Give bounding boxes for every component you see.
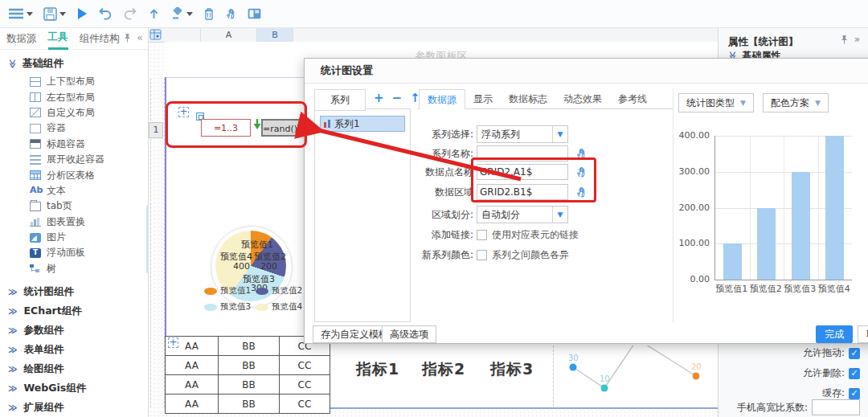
table-cell[interactable]: AA xyxy=(166,356,219,375)
data-area-input[interactable] xyxy=(477,184,568,200)
formula-cell-b1[interactable]: =rand()*10 xyxy=(261,119,306,137)
bar[interactable] xyxy=(792,172,810,280)
sidebar-item-tree[interactable]: 树 xyxy=(0,261,148,276)
sidebar-tab-structure[interactable]: 组件结构 xyxy=(80,29,120,49)
expand-panel-icon[interactable]: » xyxy=(854,34,860,45)
table-cell[interactable]: CC xyxy=(280,395,330,414)
dialog-tab-数据标志[interactable]: 数据标志 xyxy=(501,89,555,109)
property-checkbox[interactable]: ✓ xyxy=(849,348,860,359)
add-series-button[interactable]: + xyxy=(374,91,384,105)
publish-button[interactable] xyxy=(148,7,160,20)
sidebar-group-WebGis组件[interactable]: ≫WebGis组件 xyxy=(0,378,148,398)
pick-cell-hand-icon[interactable] xyxy=(575,166,588,178)
sidebar-tab-tools[interactable]: 工具 xyxy=(48,28,68,50)
column-header-b[interactable]: B xyxy=(257,28,293,42)
sidebar-item-expander[interactable]: 展开收起容器 xyxy=(0,152,148,167)
line-point[interactable] xyxy=(570,364,577,371)
color-scheme-button[interactable]: 配色方案▼ xyxy=(763,93,829,112)
basic-components-header[interactable]: ≫ 基础组件 xyxy=(8,56,148,71)
dialog-tab-动态效果[interactable]: 动态效果 xyxy=(555,89,610,109)
new-series-color-checkbox[interactable] xyxy=(477,250,487,260)
sidebar-item-updown[interactable]: 上下型布局 xyxy=(0,74,148,89)
pin-icon[interactable] xyxy=(840,35,849,44)
sidebar-item-chartswap[interactable]: 图表置换 xyxy=(0,215,148,230)
sidebar-group-表单组件[interactable]: ≫表单组件 xyxy=(0,340,148,359)
table-row[interactable]: AABBCC xyxy=(166,395,330,414)
sidebar-item-analysistable[interactable]: 分析区表格 xyxy=(0,167,148,182)
preview-table[interactable]: AABBCCAABBCCAABBCCAABBCC xyxy=(165,336,330,414)
table-row[interactable]: AABBCC xyxy=(166,375,330,395)
table-cell[interactable]: AA xyxy=(166,395,219,414)
bar[interactable] xyxy=(723,243,742,280)
move-handle-icon[interactable]: + xyxy=(178,107,189,117)
sidebar-tab-datasource[interactable]: 数据源 xyxy=(6,29,37,49)
datapoint-name-input[interactable] xyxy=(477,164,568,180)
ratio-input[interactable] xyxy=(812,399,860,415)
finish-button[interactable]: 完成 xyxy=(816,325,853,343)
table-cell[interactable]: BB xyxy=(219,375,280,395)
delete-button[interactable] xyxy=(203,7,215,21)
dialog-tab-数据源[interactable]: 数据源 xyxy=(419,89,465,109)
sheet-corner-icon[interactable] xyxy=(149,29,162,43)
series-tab[interactable]: 系列 xyxy=(314,89,366,111)
table-cell[interactable]: BB xyxy=(219,337,280,356)
sidebar-item-titlebox[interactable]: 标题容器 xyxy=(0,137,148,152)
pick-cell-hand-icon[interactable] xyxy=(575,186,588,198)
add-link-checkbox[interactable] xyxy=(477,230,487,240)
undo-button[interactable] xyxy=(98,7,113,20)
bar[interactable] xyxy=(825,136,844,280)
row-header-1[interactable]: 1 xyxy=(149,122,163,138)
advanced-options-button[interactable]: 高级选项 xyxy=(382,325,436,343)
menu-button[interactable] xyxy=(8,7,33,20)
formula-cell-a1[interactable]: =1..3 xyxy=(201,119,251,137)
column-header-blank[interactable] xyxy=(165,28,201,42)
sidebar-item-text[interactable]: Ab文本 xyxy=(0,183,148,198)
sidebar-item-leftright[interactable]: 左右型布局 xyxy=(0,89,148,104)
sidebar-group-参数组件[interactable]: ≫参数组件 xyxy=(0,321,148,340)
panel-button[interactable] xyxy=(248,8,261,19)
table-cell[interactable]: BB xyxy=(219,356,280,375)
dialog-tab-显示[interactable]: 显示 xyxy=(465,89,501,109)
sidebar-item-floatpanel[interactable]: 浮动面板 xyxy=(0,245,148,260)
property-checkbox[interactable]: ✓ xyxy=(849,388,860,399)
sidebar-item-image[interactable]: 图片 xyxy=(0,230,148,245)
table-row[interactable]: AABBCC xyxy=(166,356,330,375)
hand-tool-button[interactable] xyxy=(225,7,237,20)
property-checkbox[interactable]: ✓ xyxy=(849,368,860,379)
sidebar-group-扩展组件[interactable]: ≫扩展组件 xyxy=(0,398,148,417)
table-cell[interactable]: BB xyxy=(219,395,280,414)
pie-label-1: 预览值1 xyxy=(241,239,273,251)
table-cell[interactable]: AA xyxy=(166,375,219,395)
series-list-item[interactable]: 系列1 xyxy=(320,116,405,132)
save-button[interactable] xyxy=(43,7,66,21)
series-select-dropdown[interactable]: 浮动系列 ▼ xyxy=(477,125,568,143)
format-button[interactable] xyxy=(170,7,193,20)
dialog-tab-参考线[interactable]: 参考线 xyxy=(610,89,655,109)
table-move-handle-icon[interactable]: + xyxy=(168,337,178,348)
sidebar-group-统计图组件[interactable]: ≫统计图组件 xyxy=(0,282,148,301)
series-list[interactable]: 系列1 xyxy=(314,108,411,322)
table-cell[interactable]: CC xyxy=(280,375,330,395)
sidebar-item-container[interactable]: 容器 xyxy=(0,121,148,136)
collapse-panel-icon[interactable]: « xyxy=(137,31,143,43)
series-name-input[interactable] xyxy=(477,145,568,161)
chart-type-button[interactable]: 统计图类型▼ xyxy=(678,93,754,112)
redo-button[interactable] xyxy=(123,7,137,20)
remove-series-button[interactable]: − xyxy=(392,91,403,105)
y-tick-label: 100.00 xyxy=(679,238,710,248)
pick-cell-hand-icon[interactable] xyxy=(575,147,588,160)
line-point[interactable] xyxy=(601,385,608,392)
pin-icon[interactable] xyxy=(123,33,132,43)
table-cell[interactable]: CC xyxy=(280,356,330,375)
cancel-button[interactable]: 取消 xyxy=(858,325,868,343)
line-chart-preview[interactable]: 301020 xyxy=(557,345,718,407)
sidebar-group-EChart组件[interactable]: ≫EChart组件 xyxy=(0,301,148,321)
column-header-a[interactable]: A xyxy=(201,28,257,42)
sidebar-item-custom[interactable]: 自定义布局 xyxy=(0,105,148,121)
bar[interactable] xyxy=(757,208,776,280)
line-point[interactable] xyxy=(693,373,700,380)
area-divide-dropdown[interactable]: 自动划分 ▼ xyxy=(477,206,568,223)
run-button[interactable] xyxy=(76,7,88,20)
sidebar-item-tabpage[interactable]: tab页 xyxy=(0,198,148,214)
sidebar-group-绘图组件[interactable]: ≫绘图组件 xyxy=(0,359,148,378)
